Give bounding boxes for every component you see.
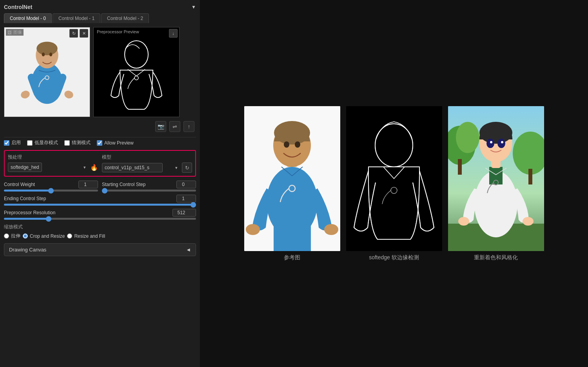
drawing-canvas-row[interactable]: Drawing Canvas ◄ <box>4 243 196 256</box>
swap-btn[interactable]: ⇌ <box>169 121 180 132</box>
svg-point-5 <box>49 52 53 56</box>
sliders-section: Control Weight Starting Control Step En <box>4 181 196 220</box>
svg-point-4 <box>42 52 45 56</box>
zoom-mode-label: 缩放模式 <box>4 224 196 230</box>
zoom-fill-label: Resize and Fill <box>74 233 105 239</box>
svg-point-17 <box>324 224 338 235</box>
source-image-box[interactable]: 🖼 图像 ↻ ✕ ✂ <box>4 27 90 117</box>
preprocessor-col-label: 预处理 <box>8 154 98 161</box>
guess-mode-label: 猜测模式 <box>72 139 91 146</box>
model-select-row: control_v11p_sd15_s control_v11p_sd15_ca… <box>102 163 192 173</box>
upload-btn[interactable]: ↑ <box>183 121 194 132</box>
svg-rect-24 <box>274 224 311 251</box>
image-icon: 🖼 <box>7 30 12 35</box>
drawing-canvas-arrow: ◄ <box>186 247 191 253</box>
panel-collapse-arrow[interactable]: ▼ <box>191 4 196 10</box>
output-styled-image <box>448 106 544 251</box>
low-vram-checkbox-item[interactable]: 低显存模式 <box>27 139 58 146</box>
svg-point-47 <box>501 141 503 143</box>
ending-step-header: Ending Control Step <box>4 195 196 202</box>
panel-header: ControlNet ▼ <box>4 4 196 10</box>
preprocessor-preview-content <box>94 27 179 117</box>
zoom-mode-section: 缩放模式 拉伸 Crop and Resize Resize and Fill <box>4 224 196 239</box>
low-vram-label: 低显存模式 <box>34 139 58 146</box>
source-image-label: 🖼 图像 <box>6 29 24 36</box>
image-action-icons: 📷 ⇌ ↑ <box>4 121 196 132</box>
svg-point-45 <box>497 139 505 148</box>
tab-model-2[interactable]: Control Model - 2 <box>101 13 149 23</box>
preprocessor-select-row: softedge_hed canny depth 🔥 <box>8 163 98 172</box>
preprocessor-preview-label: Preprocessor Preview <box>95 29 141 34</box>
control-weight-label: Control Weight <box>4 182 35 187</box>
preprocessor-dropdown-wrapper[interactable]: softedge_hed canny depth <box>8 163 88 172</box>
ref-caption: 参考图 <box>284 254 300 261</box>
preprocessor-res-label: Preprocessor Resolution <box>4 210 55 215</box>
drawing-canvas-label: Drawing Canvas <box>9 247 46 253</box>
svg-point-16 <box>246 224 260 235</box>
double-slider-row: Control Weight Starting Control Step <box>4 181 196 192</box>
tab-model-0[interactable]: Control Model - 0 <box>4 13 52 23</box>
options-checkboxes-row: 启用 低显存模式 猜测模式 Allow Preview <box>4 139 196 146</box>
preprocessor-res-value[interactable] <box>172 209 196 217</box>
enable-checkbox-item[interactable]: 启用 <box>4 139 21 146</box>
image-area: 🖼 图像 ↻ ✕ ✂ <box>4 27 196 117</box>
zoom-options: 拉伸 Crop and Resize Resize and Fill <box>4 233 196 239</box>
enable-label: 启用 <box>11 139 21 146</box>
starting-step-slider[interactable] <box>102 190 196 192</box>
right-panel: 参考图 <box>200 0 588 367</box>
ending-step-row: Ending Control Step <box>4 195 196 206</box>
preview-download-btn[interactable]: ↓ <box>169 29 178 38</box>
svg-rect-35 <box>528 169 532 184</box>
ending-step-label: Ending Control Step <box>4 196 46 201</box>
ending-step-value[interactable] <box>176 195 196 202</box>
preprocessor-preview-box[interactable]: Preprocessor Preview ↓ <box>93 27 180 117</box>
model-col: 模型 control_v11p_sd15_s control_v11p_sd15… <box>102 154 192 173</box>
edge-caption: softedge 软边缘检测 <box>369 254 419 261</box>
zoom-option-fill[interactable]: Resize and Fill <box>67 233 105 239</box>
control-weight-header: Control Weight <box>4 181 98 188</box>
source-refresh-btn[interactable]: ↻ <box>69 29 78 38</box>
preproc-model-row: 预处理 softedge_hed canny depth 🔥 模型 <box>8 154 192 173</box>
svg-point-46 <box>490 141 492 143</box>
styled-caption: 重新着色和风格化 <box>474 254 518 261</box>
svg-point-33 <box>456 122 479 153</box>
controlnet-panel: ControlNet ▼ Control Model - 0 Control M… <box>0 0 200 367</box>
starting-step-value[interactable] <box>176 181 196 188</box>
zoom-stretch-label: 拉伸 <box>11 233 20 239</box>
svg-point-44 <box>486 139 494 148</box>
output-edge-col: softedge 软边缘检测 <box>346 106 442 261</box>
model-dropdown-wrapper[interactable]: control_v11p_sd15_s control_v11p_sd15_ca… <box>102 163 180 172</box>
output-ref-col: 参考图 <box>244 106 340 261</box>
guess-mode-checkbox-item[interactable]: 猜测模式 <box>64 139 91 146</box>
zoom-option-crop[interactable]: Crop and Resize <box>23 233 65 239</box>
allow-preview-checkbox[interactable] <box>97 140 102 146</box>
zoom-crop-label: Crop and Resize <box>30 233 65 239</box>
control-weight-value[interactable] <box>78 181 98 188</box>
model-select[interactable]: control_v11p_sd15_s control_v11p_sd15_ca… <box>102 163 163 172</box>
enable-checkbox[interactable] <box>4 140 9 146</box>
output-styled-col: 重新着色和风格化 <box>448 106 544 261</box>
preprocessor-model-section: 预处理 softedge_hed canny depth 🔥 模型 <box>4 150 196 177</box>
preprocessor-preview-controls: ↓ <box>169 29 178 38</box>
model-tabs: Control Model - 0 Control Model - 1 Cont… <box>4 13 196 23</box>
allow-preview-label: Allow Preview <box>104 140 134 146</box>
svg-rect-40 <box>489 167 503 184</box>
source-image-content <box>4 27 90 117</box>
allow-preview-checkbox-item[interactable]: Allow Preview <box>97 140 134 146</box>
tab-model-1[interactable]: Control Model - 1 <box>53 13 100 23</box>
ending-step-slider[interactable] <box>4 204 196 206</box>
panel-title: ControlNet <box>4 4 32 10</box>
control-weight-slider[interactable] <box>4 190 98 192</box>
preprocessor-select[interactable]: softedge_hed canny depth <box>8 163 42 172</box>
starting-step-label: Starting Control Step <box>102 182 145 187</box>
camera-btn[interactable]: 📷 <box>155 121 166 132</box>
guess-mode-checkbox[interactable] <box>64 140 70 146</box>
svg-rect-34 <box>458 159 462 175</box>
zoom-option-stretch[interactable]: 拉伸 <box>4 233 20 239</box>
low-vram-checkbox[interactable] <box>27 140 33 146</box>
output-edge-image <box>346 106 442 251</box>
model-refresh-btn[interactable]: ↻ <box>182 163 192 173</box>
source-close-btn[interactable]: ✕ <box>80 29 88 38</box>
preprocessor-res-slider[interactable] <box>4 218 196 220</box>
svg-point-39 <box>523 217 534 226</box>
